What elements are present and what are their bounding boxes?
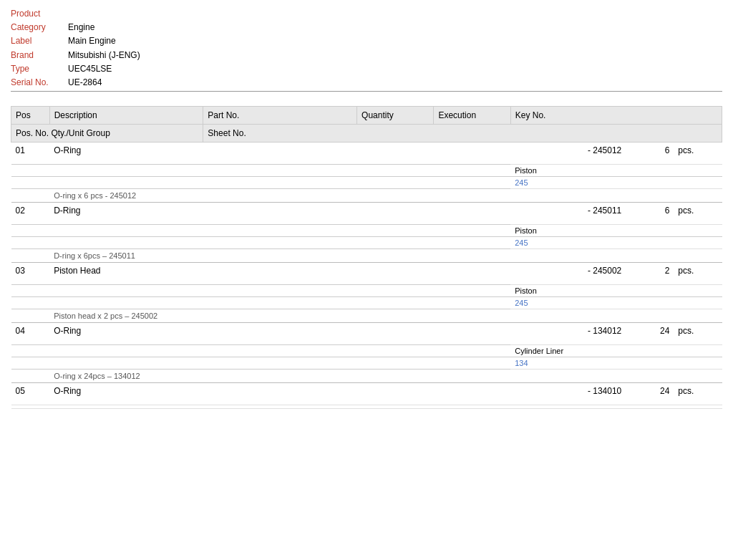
category-row: Category Engine bbox=[11, 21, 722, 34]
group-code-row: 245 bbox=[11, 237, 722, 249]
note-empty bbox=[11, 249, 50, 263]
cell-partno bbox=[203, 143, 357, 159]
group-code-row: 245 bbox=[11, 297, 722, 309]
group-label-row: Piston bbox=[11, 285, 722, 297]
cell-description: Piston Head bbox=[49, 263, 203, 279]
table-header-row2: Pos. No. Qty./Unit Group Sheet No. bbox=[11, 125, 722, 143]
group-code-cell: 245 bbox=[510, 297, 722, 309]
cell-pos: 02 bbox=[11, 203, 50, 219]
table-header-row1: Pos Description Part No. Quantity Execut… bbox=[11, 107, 722, 125]
group-label-cell: Piston bbox=[510, 165, 722, 177]
label-type: Type bbox=[11, 62, 68, 76]
value-type: UEC45LSE bbox=[68, 62, 112, 76]
table-row: 05 O-Ring - 134010 24 pcs. bbox=[11, 383, 722, 400]
cell-pos: 04 bbox=[11, 323, 50, 339]
note-cell: O-ring x 24pcs – 134012 bbox=[49, 370, 722, 383]
cell-partno bbox=[203, 203, 357, 219]
cell-qty-val: 2 bbox=[626, 263, 674, 279]
label-serial: Serial No. bbox=[11, 76, 68, 90]
spacer-row bbox=[11, 279, 722, 285]
cell-keyno: - 245002 bbox=[510, 263, 626, 279]
cell-unit: pcs. bbox=[674, 263, 722, 279]
note-empty bbox=[11, 309, 50, 323]
note-cell: Piston head x 2 pcs – 245002 bbox=[49, 309, 722, 323]
col-header-posno: Pos. No. Qty./Unit Group bbox=[11, 125, 203, 143]
label-category: Category bbox=[11, 21, 68, 34]
cell-execution bbox=[434, 323, 510, 339]
cell-quantity bbox=[357, 203, 434, 219]
cell-keyno: - 134012 bbox=[510, 323, 626, 339]
group-label-row: Piston bbox=[11, 225, 722, 237]
cell-partno bbox=[203, 383, 357, 400]
label-brand: Brand bbox=[11, 49, 68, 62]
cell-description: D-Ring bbox=[49, 203, 203, 219]
cell-keyno: - 245012 bbox=[510, 143, 626, 159]
product-info: Product Category Engine Label Main Engin… bbox=[11, 7, 722, 92]
spacer-row bbox=[11, 218, 722, 225]
brand-row: Brand Mitsubishi (J-ENG) bbox=[11, 49, 722, 62]
note-empty bbox=[11, 189, 50, 203]
label-label: Label bbox=[11, 34, 68, 48]
col-header-description: Description bbox=[49, 107, 203, 125]
col-header-quantity: Quantity bbox=[357, 107, 434, 125]
value-label: Main Engine bbox=[68, 34, 116, 48]
cell-unit: pcs. bbox=[674, 383, 722, 400]
group-code-row: 134 bbox=[11, 357, 722, 370]
value-serial: UE-2864 bbox=[68, 76, 211, 90]
label-product: Product bbox=[11, 7, 68, 21]
spacer-row bbox=[11, 339, 722, 345]
note-cell: D-ring x 6pcs – 245011 bbox=[49, 249, 722, 263]
cell-quantity bbox=[357, 263, 434, 279]
cell-description: O-Ring bbox=[49, 383, 203, 400]
cell-keyno: - 134010 bbox=[510, 383, 626, 400]
table-row: 02 D-Ring - 245011 6 pcs. bbox=[11, 203, 722, 219]
table-row: 04 O-Ring - 134012 24 pcs. bbox=[11, 323, 722, 339]
group-label-row: Piston bbox=[11, 165, 722, 177]
col-header-partno: Part No. bbox=[203, 107, 357, 125]
group-code-cell: 245 bbox=[510, 237, 722, 249]
cell-execution bbox=[434, 143, 510, 159]
col-header-keyno: Key No. bbox=[510, 107, 722, 125]
product-row: Product bbox=[11, 7, 722, 21]
col-header-pos: Pos bbox=[11, 107, 50, 125]
value-brand: Mitsubishi (J-ENG) bbox=[68, 49, 140, 62]
cell-qty-val: 6 bbox=[626, 203, 674, 219]
table-row: 01 O-Ring - 245012 6 pcs. bbox=[11, 143, 722, 159]
group-label-cell: Piston bbox=[510, 225, 722, 237]
cell-execution bbox=[434, 203, 510, 219]
note-cell: O-ring x 6 pcs - 245012 bbox=[49, 189, 722, 203]
cell-execution bbox=[434, 383, 510, 400]
spacer-row bbox=[11, 158, 722, 165]
empty-group-row bbox=[11, 405, 722, 409]
type-row: Type UEC45LSE bbox=[11, 62, 722, 76]
cell-qty-val: 6 bbox=[626, 143, 674, 159]
cell-pos: 01 bbox=[11, 143, 50, 159]
spacer-row bbox=[11, 399, 722, 405]
group-label-row: Cylinder Liner bbox=[11, 345, 722, 357]
note-row: Piston head x 2 pcs – 245002 bbox=[11, 309, 722, 323]
label-row: Label Main Engine bbox=[11, 34, 722, 48]
note-empty bbox=[11, 370, 50, 383]
cell-quantity bbox=[357, 143, 434, 159]
cell-unit: pcs. bbox=[674, 203, 722, 219]
cell-description: O-Ring bbox=[49, 323, 203, 339]
cell-execution bbox=[434, 263, 510, 279]
cell-quantity bbox=[357, 323, 434, 339]
table-row: 03 Piston Head - 245002 2 pcs. bbox=[11, 263, 722, 279]
cell-partno bbox=[203, 323, 357, 339]
note-row: D-ring x 6pcs – 245011 bbox=[11, 249, 722, 263]
cell-keyno: - 245011 bbox=[510, 203, 626, 219]
group-code-cell: 134 bbox=[510, 357, 722, 370]
cell-pos: 03 bbox=[11, 263, 50, 279]
group-label-cell: Piston bbox=[510, 285, 722, 297]
group-code-row: 245 bbox=[11, 177, 722, 189]
parts-table: Pos Description Part No. Quantity Execut… bbox=[11, 106, 722, 409]
col-header-execution: Execution bbox=[434, 107, 510, 125]
serial-row: Serial No. UE-2864 bbox=[11, 76, 722, 92]
cell-quantity bbox=[357, 383, 434, 400]
note-row: O-ring x 24pcs – 134012 bbox=[11, 370, 722, 383]
col-header-sheetno: Sheet No. bbox=[203, 125, 722, 143]
cell-partno bbox=[203, 263, 357, 279]
value-category: Engine bbox=[68, 21, 94, 34]
cell-unit: pcs. bbox=[674, 143, 722, 159]
